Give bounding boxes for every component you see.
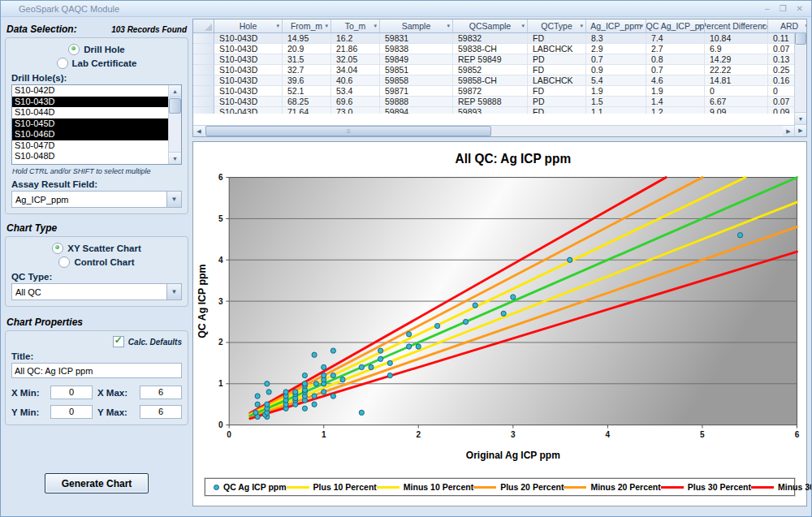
column-header[interactable]: From_m▾ [283,19,331,33]
scroll-right-icon[interactable]: ▶ [783,126,794,136]
chevron-down-icon[interactable]: ▼ [166,192,181,207]
scroll-down-icon[interactable]: ▼ [795,112,806,124]
minimize-icon[interactable]: – [765,5,770,13]
drill-hole-listbox[interactable]: S10-042DS10-043DS10-044DS10-045DS10-046D… [11,84,182,165]
sort-dropdown-icon[interactable]: ▾ [640,23,643,29]
x-max-input[interactable]: 6 [140,386,182,399]
column-header[interactable]: ARD▾ [768,19,807,33]
table-cell: 59894 [380,107,453,114]
close-icon[interactable]: ✕ [797,5,803,13]
y-max-input[interactable]: 6 [140,405,182,419]
radio-option[interactable]: Control Chart [11,255,182,269]
radio-icon[interactable] [52,243,63,254]
y-tick-label: 4 [218,256,223,265]
scrollbar-thumb[interactable] [169,98,181,114]
table-cell: 7.4 [646,33,705,44]
column-header[interactable]: Ag_ICP_ppm▾ [586,19,646,33]
radio-icon[interactable] [58,256,70,268]
row-selector[interactable] [193,86,214,97]
radio-option[interactable]: Drill Hole [11,42,182,56]
column-header[interactable]: Sample▾ [380,19,453,33]
radio-option[interactable]: XY Scatter Chart [11,241,182,255]
scroll-right-icon[interactable]: ▶ [795,124,806,136]
table-cell: S10-043D [214,65,283,75]
qc-data-grid: Hole▾From_m▾To_m▾Sample▾QCSample▾QCType▾… [192,19,807,137]
sort-dropdown-icon[interactable]: ▾ [762,23,765,29]
row-selector[interactable] [193,97,214,107]
chevron-down-icon[interactable]: ▼ [166,284,181,299]
table-row[interactable]: S10-043D52.153.45987159872FD1.91.900S [193,86,794,97]
sort-dropdown-icon[interactable]: ▾ [447,23,450,29]
table-cell: 59872 [453,86,528,97]
row-selector[interactable] [193,65,214,75]
calc-defaults-checkbox[interactable] [113,336,124,347]
row-selector[interactable] [193,54,214,65]
chart-type-header: Chart Type [6,222,57,234]
scroll-left-icon[interactable]: ◀ [193,126,205,136]
y-min-input[interactable]: 0 [50,405,93,419]
table-row[interactable]: S10-043D31.532.0559849REP 59849PD0.70.81… [193,54,794,65]
radio-option[interactable]: Lab Certificate [11,56,182,70]
sort-dropdown-icon[interactable]: ▾ [698,23,702,29]
generate-chart-button[interactable]: Generate Chart [45,473,149,493]
list-item[interactable]: S10-044D [12,107,169,118]
list-item[interactable]: S10-046D [12,129,169,140]
scatter-point [359,364,364,369]
sort-dropdown-icon[interactable]: ▾ [580,23,583,29]
sort-dropdown-icon[interactable]: ▾ [325,23,328,29]
table-row[interactable]: S10-043D20.921.865983859838-CHLABCHCK2.9… [193,44,794,54]
grid-hscrollbar[interactable]: ◀ ⁞⁞ ▶ [193,125,794,136]
table-cell: 0.8 [646,54,705,65]
qc-type-combobox[interactable]: All QC ▼ [11,283,182,300]
row-selector[interactable] [193,107,214,114]
chart-type-group: XY Scatter ChartControl Chart QC Type: A… [5,236,188,307]
scatter-point [387,360,392,365]
scroll-up-icon[interactable]: ▲ [169,85,181,97]
records-found-label: 103 Records Found [111,25,187,34]
sort-dropdown-icon[interactable]: ▾ [805,23,807,29]
table-cell: 59852 [453,65,528,75]
table-cell: LABCHCK [528,75,586,86]
column-header[interactable]: Hole▾ [214,19,283,33]
scroll-down-icon[interactable]: ▼ [169,152,181,164]
row-selector[interactable] [193,33,214,44]
table-row[interactable]: S10-043D14.9516.25983159832FD8.37.410.84… [193,33,794,44]
sort-dropdown-icon[interactable]: ▾ [521,23,525,29]
grid-vscrollbar[interactable]: ▲ ▼ ▶ [794,19,806,136]
hscrollbar-thumb[interactable]: ⁞⁞ [205,126,491,136]
table-row[interactable]: S10-043D68.2569.659888REP 59888PD1.51.46… [193,97,794,107]
sort-dropdown-icon[interactable]: ▾ [276,23,279,29]
assay-field-combobox[interactable]: Ag_ICP_ppm ▼ [11,191,182,208]
sort-dropdown-icon[interactable]: ▾ [374,23,377,29]
radio-label: Lab Certificate [72,58,137,68]
list-item[interactable]: S10-043D [12,97,169,108]
radio-icon[interactable] [57,58,68,69]
radio-icon[interactable] [68,44,80,55]
list-item[interactable]: S10-048D [12,151,169,162]
select-all-corner[interactable] [193,19,214,33]
column-header[interactable]: To_m▾ [331,19,380,33]
scatter-point [501,311,506,316]
scatter-point [255,402,260,407]
table-cell: FD [528,107,586,114]
x-min-input[interactable]: 0 [50,386,93,399]
list-item[interactable]: S10-047D [12,140,169,152]
table-row[interactable]: S10-043D32.734.045985159852FD0.90.722.22… [193,65,794,75]
vscrollbar-thumb[interactable] [795,32,806,45]
row-selector[interactable] [193,75,214,86]
scatter-point [322,390,326,394]
column-header[interactable]: QCType▾ [528,19,586,33]
row-selector[interactable] [193,44,214,54]
table-row[interactable]: S10-043D71.6473.05989459893FD1.11.29.090… [193,107,794,114]
maximize-icon[interactable]: ❐ [780,5,787,13]
column-header[interactable]: QC Ag_ICP_pp▾ [646,19,705,33]
chart-title-input[interactable]: All QC: Ag ICP ppm [11,363,182,378]
list-item[interactable]: S10-042D [12,85,169,97]
listbox-scrollbar[interactable]: ▲ ▼ [168,85,181,164]
column-header[interactable]: QCSample▾ [453,19,528,33]
table-row[interactable]: S10-043D39.640.65985859858-CHLABCHCK5.44… [193,75,794,86]
scatter-point [340,377,345,382]
legend-line-icon [473,486,496,489]
list-item[interactable]: S10-045D [12,118,169,130]
column-header[interactable]: Percent Difference▾ [705,19,768,33]
